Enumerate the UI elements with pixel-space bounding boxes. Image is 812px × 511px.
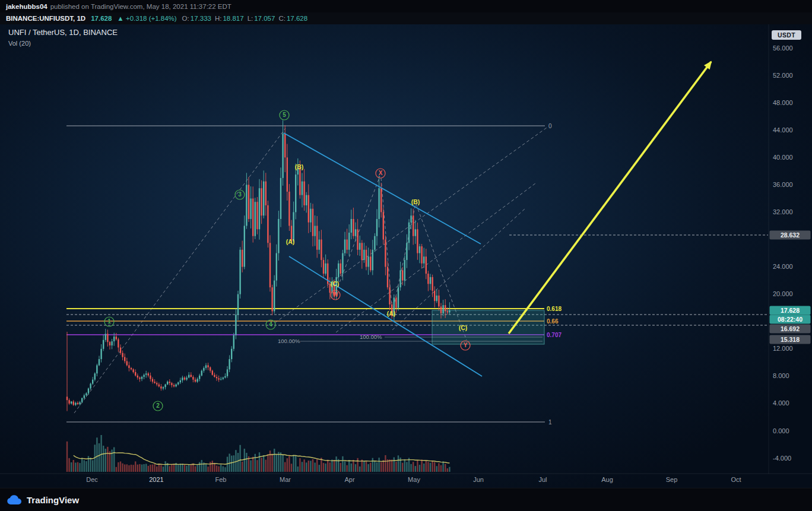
currency-toggle[interactable]: USDT xyxy=(772,30,801,40)
svg-text:May: May xyxy=(408,476,420,483)
legend-symbol-title[interactable]: UNFI / TetherUS, 1D, BINANCE xyxy=(8,28,118,37)
svg-text:3: 3 xyxy=(238,191,242,198)
svg-text:16.692: 16.692 xyxy=(781,325,800,332)
svg-text:2021: 2021 xyxy=(149,476,163,483)
fib-range-lines: 01 xyxy=(66,123,552,426)
svg-text:28.632: 28.632 xyxy=(781,231,800,239)
svg-text:Apr: Apr xyxy=(344,476,354,483)
svg-text:1: 1 xyxy=(548,419,552,426)
svg-text:0.000: 0.000 xyxy=(773,427,789,434)
svg-text:Oct: Oct xyxy=(731,476,741,483)
svg-text:Sep: Sep xyxy=(666,476,678,483)
svg-text:Y: Y xyxy=(464,342,468,348)
svg-text:8.000: 8.000 xyxy=(773,372,789,379)
svg-text:X: X xyxy=(379,170,383,176)
svg-text:(A): (A) xyxy=(286,238,295,245)
tradingview-logo-icon[interactable] xyxy=(6,494,23,506)
svg-text:36.000: 36.000 xyxy=(773,181,793,188)
price-change: ▲ +0.318 (+1.84%) xyxy=(117,15,176,22)
ohlc-h: H:18.817 xyxy=(215,15,244,22)
svg-text:15.318: 15.318 xyxy=(781,336,800,343)
svg-text:32.000: 32.000 xyxy=(773,208,793,215)
projection-arrow xyxy=(509,62,711,334)
price-axis: 56.00052.00048.00044.00040.00036.00032.0… xyxy=(770,45,811,462)
svg-text:Mar: Mar xyxy=(280,476,291,483)
svg-text:-4.000: -4.000 xyxy=(773,455,791,462)
svg-text:44.000: 44.000 xyxy=(773,126,793,134)
svg-text:(A): (A) xyxy=(387,310,396,317)
svg-text:0.707: 0.707 xyxy=(547,332,562,338)
svg-text:W: W xyxy=(332,291,338,298)
candlestick-series xyxy=(66,120,451,411)
svg-text:Jul: Jul xyxy=(538,476,547,483)
svg-text:24.000: 24.000 xyxy=(773,263,793,270)
support-zone-box xyxy=(432,310,544,344)
time-axis: Dec2021FebMarAprMayJunJulAugSepOct xyxy=(86,476,741,483)
svg-text:100.00%: 100.00% xyxy=(278,338,300,344)
svg-text:Aug: Aug xyxy=(601,476,613,483)
footer-bar: TradingView xyxy=(0,488,812,511)
svg-text:0.618: 0.618 xyxy=(547,306,562,312)
svg-text:Feb: Feb xyxy=(215,476,227,483)
svg-text:17.628: 17.628 xyxy=(781,307,800,314)
svg-text:100.00%: 100.00% xyxy=(360,334,382,340)
svg-text:4: 4 xyxy=(269,321,272,328)
svg-text:0: 0 xyxy=(548,123,552,129)
publish-info: published on TradingView.com, May 18, 20… xyxy=(50,3,231,10)
svg-text:4.000: 4.000 xyxy=(773,399,789,407)
svg-text:52.000: 52.000 xyxy=(773,72,793,79)
last-price: 17.628 xyxy=(91,15,112,22)
ohlc-values: O:17.333H:18.817L:17.057C:17.628 xyxy=(182,15,311,22)
ohlc-o: O:17.333 xyxy=(182,15,211,22)
svg-text:(C): (C) xyxy=(459,324,468,331)
svg-text:Jun: Jun xyxy=(473,476,484,483)
svg-text:0.66: 0.66 xyxy=(547,318,559,325)
symbol-name: BINANCE:UNFIUSDT, 1D xyxy=(6,15,85,22)
svg-text:20.000: 20.000 xyxy=(773,290,793,297)
svg-text:12.000: 12.000 xyxy=(773,345,793,352)
legend-volume-indicator[interactable]: Vol (20) xyxy=(8,40,118,47)
publish-bar: jakehubbs04 published on TradingView.com… xyxy=(0,0,812,12)
publisher-username: jakehubbs04 xyxy=(6,3,47,10)
svg-text:56.000: 56.000 xyxy=(773,45,793,52)
symbol-quote-bar: BINANCE:UNFIUSDT, 1D 17.628 ▲ +0.318 (+1… xyxy=(0,12,812,24)
svg-text:2: 2 xyxy=(156,402,160,409)
svg-text:Dec: Dec xyxy=(86,476,98,483)
svg-text:40.000: 40.000 xyxy=(773,154,793,161)
page: { "publish_bar": { "username": "jakehubb… xyxy=(0,0,812,511)
ohlc-c: C:17.628 xyxy=(278,15,307,22)
tradingview-logo-text[interactable]: TradingView xyxy=(27,495,79,505)
svg-text:(C): (C) xyxy=(331,280,340,287)
ohlc-l: L:17.057 xyxy=(248,15,275,22)
svg-text:5: 5 xyxy=(283,112,286,118)
chart-legend: UNFI / TetherUS, 1D, BINANCE Vol (20) xyxy=(8,28,118,47)
svg-text:(B): (B) xyxy=(411,198,420,205)
svg-text:08:22:40: 08:22:40 xyxy=(778,316,803,323)
svg-text:48.000: 48.000 xyxy=(773,99,793,106)
svg-text:(B): (B) xyxy=(295,163,304,170)
svg-text:1: 1 xyxy=(107,318,111,325)
chart-svg[interactable]: 010.6180.660.707100.00%100.00%12345WXY(A… xyxy=(0,0,812,511)
